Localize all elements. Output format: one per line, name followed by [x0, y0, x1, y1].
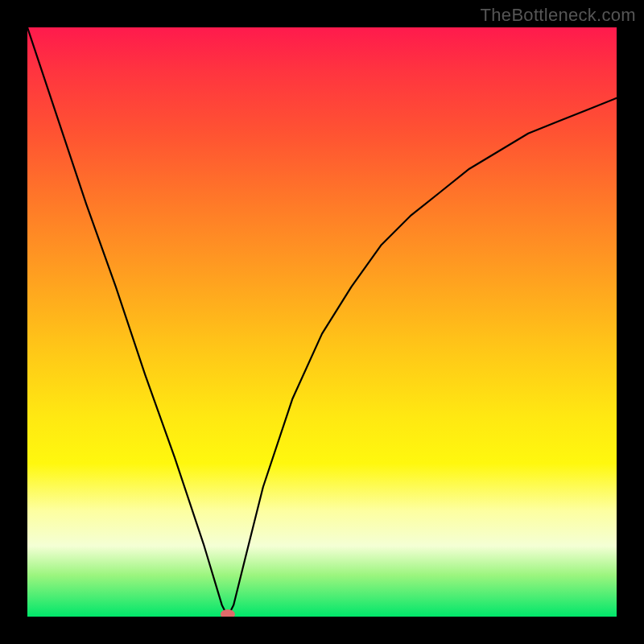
watermark-text: TheBottleneck.com [481, 5, 636, 26]
chart-frame: TheBottleneck.com [0, 0, 644, 644]
plot-area [27, 27, 617, 617]
bottleneck-curve [27, 27, 617, 617]
chart-svg [27, 27, 617, 617]
minimum-marker [221, 609, 235, 617]
